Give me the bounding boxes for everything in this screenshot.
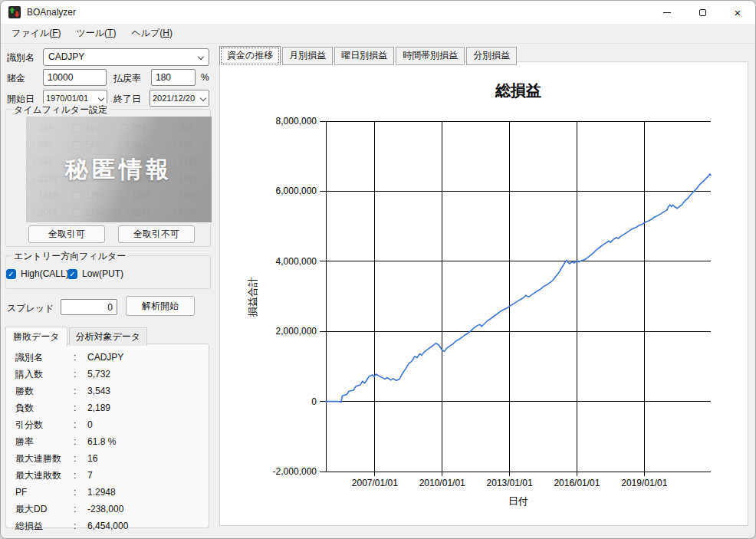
entry-direction-option[interactable]: ✓High(CALL)	[6, 268, 69, 279]
stat-value: CADJPY	[87, 349, 123, 366]
analyze-start-button[interactable]: 解析開始	[126, 296, 195, 316]
stats-panel: 識別名:CADJPY購入数:5,732勝数:3,543負数:2,189引分数:0…	[5, 343, 209, 528]
menu-item[interactable]: ツール(T)	[68, 24, 123, 43]
spread-input[interactable]: 0	[61, 299, 117, 315]
confidential-text: 秘匿情報	[65, 154, 173, 186]
x-tick-label: 2013/01/01	[487, 478, 533, 488]
menu-item[interactable]: ヘルプ(H)	[123, 24, 180, 43]
stat-separator: :	[74, 399, 87, 416]
identifier-label: 識別名	[7, 51, 35, 64]
stat-row: 識別名:CADJPY	[15, 349, 209, 366]
stat-separator: :	[74, 433, 87, 450]
left-panel: 識別名 CADJPY 賭金 10000 払戻率 180 % 開始日 1970/0…	[1, 44, 217, 539]
x-tick-label: 2016/01/01	[554, 478, 600, 488]
stat-label: 識別名	[15, 349, 74, 366]
entry-direction-label: High(CALL)	[21, 268, 69, 279]
stat-row: 総損益:6,454,000	[15, 518, 209, 534]
chevron-down-icon	[98, 95, 104, 101]
stat-separator: :	[74, 416, 87, 433]
stat-label: 勝数	[15, 383, 74, 399]
y-tick-label: 4,000,000	[276, 256, 317, 267]
stat-row: 勝数:3,543	[15, 383, 209, 399]
identifier-combobox[interactable]: CADJPY	[43, 48, 209, 66]
entry-filter-title: エントリー方向フィルター	[12, 250, 128, 263]
chart-tab[interactable]: 資金の推移	[219, 46, 281, 66]
stat-value: 1.2948	[87, 484, 116, 501]
stat-value: -238,000	[87, 501, 123, 518]
stat-row: 負数:2,189	[15, 399, 209, 416]
maximize-button[interactable]	[685, 1, 720, 24]
y-tick-label: 8,000,000	[276, 116, 317, 127]
x-tick-label: 2010/01/01	[419, 478, 465, 488]
stat-row: 勝率:61.8 %	[15, 433, 209, 450]
stats-tab[interactable]: 勝敗データ	[5, 327, 67, 347]
entry-filter-groupbox: エントリー方向フィルター ✓High(CALL)✓Low(PUT)	[5, 255, 211, 289]
stat-row: 最大連敗数:7	[15, 467, 209, 484]
payout-input[interactable]: 180	[151, 69, 196, 86]
entry-direction-option[interactable]: ✓Low(PUT)	[67, 268, 123, 279]
start-date-value: 1970/01/01	[46, 94, 88, 103]
identifier-value: CADJPY	[48, 51, 84, 62]
title-bar: BOAnalyzer ×	[1, 1, 755, 24]
stat-value: 0	[87, 416, 93, 433]
y-tick-label: 2,000,000	[276, 326, 317, 337]
stat-label: 最大連勝数	[15, 450, 74, 467]
chart-tab[interactable]: 曜日別損益	[334, 47, 394, 65]
stats-tab[interactable]: 分析対象データ	[69, 327, 148, 346]
chart-title: 総損益	[495, 82, 541, 99]
stat-value: 61.8 %	[87, 433, 116, 450]
stat-value: 3,543	[87, 383, 110, 399]
stat-separator: :	[74, 484, 87, 501]
chart-tab[interactable]: 月別損益	[282, 47, 333, 65]
enable-all-trades-button[interactable]: 全取引可	[28, 225, 105, 243]
payout-unit-label: %	[201, 72, 209, 83]
stat-label: 総損益	[15, 518, 74, 534]
y-tick-label: 0	[311, 396, 317, 407]
minimize-button[interactable]	[649, 1, 685, 24]
stat-separator: :	[74, 349, 87, 366]
close-button[interactable]: ×	[720, 1, 755, 24]
profit-chart-svg: 8,000,0006,000,0004,000,0002,000,0000-2,…	[220, 62, 749, 527]
chart-tab[interactable]: 時間帯別損益	[396, 47, 465, 65]
app-icon	[8, 6, 21, 18]
stat-separator: :	[74, 366, 87, 383]
checkbox-checked-icon[interactable]: ✓	[67, 269, 77, 279]
stat-value: 6,454,000	[87, 518, 128, 534]
stat-row: 最大連勝数:16	[15, 450, 209, 467]
chart-tab-strip: 資金の推移月別損益曜日別損益時間帯別損益分別損益	[219, 46, 518, 65]
minimize-icon	[663, 12, 671, 13]
stats-tab-strip: 勝敗データ分析対象データ	[5, 327, 149, 346]
disable-all-trades-button[interactable]: 全取引不可	[118, 225, 195, 243]
end-date-picker[interactable]: 2021/12/20	[150, 90, 209, 107]
stat-row: 最大DD:-238,000	[15, 501, 209, 518]
entry-direction-label: Low(PUT)	[82, 268, 123, 279]
stat-separator: :	[74, 467, 87, 484]
stat-row: PF:1.2948	[15, 484, 209, 501]
stat-row: 引分数:0	[15, 416, 209, 433]
app-title: BOAnalyzer	[27, 7, 76, 18]
chevron-down-icon	[198, 54, 204, 60]
checkbox-checked-icon[interactable]: ✓	[6, 269, 16, 279]
x-tick-label: 2007/01/01	[352, 478, 398, 488]
chevron-down-icon	[200, 95, 206, 101]
stat-label: 最大DD	[15, 501, 74, 518]
stat-value: 2,189	[87, 399, 110, 416]
x-tick-label: 2019/01/01	[621, 478, 667, 488]
stat-separator: :	[74, 383, 87, 399]
chart-page: 8,000,0006,000,0004,000,0002,000,0000-2,…	[219, 61, 748, 526]
x-axis-title: 日付	[508, 495, 528, 507]
time-filter-title: タイムフィルター設定	[12, 104, 110, 117]
menu-item[interactable]: ファイル(F)	[4, 24, 68, 43]
stat-separator: :	[74, 501, 87, 518]
y-tick-label: 6,000,000	[276, 186, 317, 196]
chart-tab[interactable]: 分別損益	[466, 47, 517, 65]
bet-input[interactable]: 10000	[43, 69, 107, 86]
window-controls: ×	[649, 1, 755, 24]
y-tick-label: -2,000,000	[273, 466, 317, 477]
stat-separator: :	[74, 518, 87, 534]
stat-label: 引分数	[15, 416, 74, 433]
end-date-value: 2021/12/20	[153, 94, 195, 103]
stat-row: 購入数:5,732	[15, 366, 209, 383]
maximize-icon	[699, 9, 706, 16]
menu-bar: ファイル(F)ツール(T)ヘルプ(H)	[1, 24, 755, 44]
